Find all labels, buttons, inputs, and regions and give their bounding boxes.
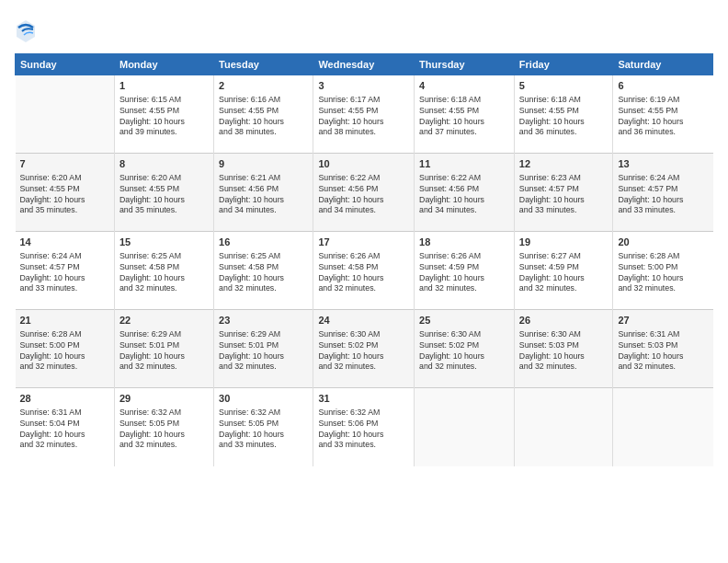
day-number: 28 (20, 392, 109, 406)
day-number: 31 (318, 392, 409, 406)
calendar-cell (613, 388, 713, 466)
day-number: 19 (519, 236, 609, 249)
day-info: Sunrise: 6:32 AMSunset: 5:05 PMDaylight:… (119, 408, 209, 452)
day-header-monday: Monday (114, 54, 213, 75)
day-header-tuesday: Tuesday (214, 54, 313, 75)
header-row: SundayMondayTuesdayWednesdayThursdayFrid… (16, 54, 713, 75)
day-number: 18 (419, 236, 509, 249)
day-number: 27 (618, 314, 708, 327)
calendar-cell: 26Sunrise: 6:30 AMSunset: 5:03 PMDayligh… (514, 310, 613, 388)
day-number: 13 (618, 157, 708, 171)
day-number: 12 (519, 157, 609, 171)
day-info: Sunrise: 6:22 AMSunset: 4:56 PMDaylight:… (419, 173, 509, 217)
logo-icon (15, 18, 37, 44)
day-number: 10 (318, 157, 409, 171)
calendar-cell: 1Sunrise: 6:15 AMSunset: 4:55 PMDaylight… (114, 75, 213, 154)
day-number: 15 (119, 236, 209, 249)
day-info: Sunrise: 6:18 AMSunset: 4:55 PMDaylight:… (519, 95, 609, 139)
calendar-table: SundayMondayTuesdayWednesdayThursdayFrid… (15, 53, 713, 466)
day-number: 14 (20, 236, 109, 249)
day-number: 24 (318, 314, 409, 327)
day-number: 25 (419, 314, 509, 327)
day-info: Sunrise: 6:32 AMSunset: 5:06 PMDaylight:… (318, 408, 409, 452)
day-info: Sunrise: 6:23 AMSunset: 4:57 PMDaylight:… (519, 173, 609, 217)
day-number: 8 (119, 157, 209, 171)
calendar-cell (514, 388, 613, 466)
day-info: Sunrise: 6:24 AMSunset: 4:57 PMDaylight:… (20, 251, 109, 295)
day-info: Sunrise: 6:26 AMSunset: 4:58 PMDaylight:… (318, 251, 409, 295)
day-header-thursday: Thursday (415, 54, 515, 75)
week-row-5: 28Sunrise: 6:31 AMSunset: 5:04 PMDayligh… (16, 388, 713, 466)
day-info: Sunrise: 6:29 AMSunset: 5:01 PMDaylight:… (119, 329, 209, 373)
calendar-cell: 30Sunrise: 6:32 AMSunset: 5:05 PMDayligh… (214, 388, 313, 466)
calendar-cell: 6Sunrise: 6:19 AMSunset: 4:55 PMDaylight… (613, 75, 713, 154)
day-info: Sunrise: 6:27 AMSunset: 4:59 PMDaylight:… (519, 251, 609, 295)
day-info: Sunrise: 6:16 AMSunset: 4:55 PMDaylight:… (219, 95, 308, 139)
day-number: 5 (519, 79, 609, 93)
calendar-cell: 8Sunrise: 6:20 AMSunset: 4:55 PMDaylight… (114, 154, 213, 232)
week-row-1: 1Sunrise: 6:15 AMSunset: 4:55 PMDaylight… (16, 75, 713, 154)
calendar-cell: 29Sunrise: 6:32 AMSunset: 5:05 PMDayligh… (114, 388, 213, 466)
day-info: Sunrise: 6:28 AMSunset: 5:00 PMDaylight:… (20, 329, 109, 373)
calendar-cell: 19Sunrise: 6:27 AMSunset: 4:59 PMDayligh… (514, 232, 613, 310)
day-header-saturday: Saturday (613, 54, 713, 75)
calendar-cell: 14Sunrise: 6:24 AMSunset: 4:57 PMDayligh… (16, 232, 115, 310)
calendar-cell: 3Sunrise: 6:17 AMSunset: 4:55 PMDaylight… (313, 75, 415, 154)
day-info: Sunrise: 6:15 AMSunset: 4:55 PMDaylight:… (119, 95, 209, 139)
calendar-cell: 18Sunrise: 6:26 AMSunset: 4:59 PMDayligh… (415, 232, 515, 310)
calendar-cell: 24Sunrise: 6:30 AMSunset: 5:02 PMDayligh… (313, 310, 415, 388)
logo (15, 18, 39, 44)
day-number: 21 (20, 314, 109, 327)
day-info: Sunrise: 6:19 AMSunset: 4:55 PMDaylight:… (618, 95, 708, 139)
calendar-cell (16, 75, 115, 154)
calendar-cell: 31Sunrise: 6:32 AMSunset: 5:06 PMDayligh… (313, 388, 415, 466)
day-info: Sunrise: 6:24 AMSunset: 4:57 PMDaylight:… (618, 173, 708, 217)
day-number: 23 (219, 314, 308, 327)
calendar-cell: 2Sunrise: 6:16 AMSunset: 4:55 PMDaylight… (214, 75, 313, 154)
calendar-cell: 28Sunrise: 6:31 AMSunset: 5:04 PMDayligh… (16, 388, 115, 466)
day-number: 6 (618, 79, 708, 93)
day-info: Sunrise: 6:30 AMSunset: 5:03 PMDaylight:… (519, 329, 609, 373)
calendar-cell: 4Sunrise: 6:18 AMSunset: 4:55 PMDaylight… (415, 75, 515, 154)
day-number: 30 (219, 392, 308, 406)
day-info: Sunrise: 6:17 AMSunset: 4:55 PMDaylight:… (318, 95, 409, 139)
calendar-cell: 17Sunrise: 6:26 AMSunset: 4:58 PMDayligh… (313, 232, 415, 310)
day-number: 9 (219, 157, 308, 171)
day-info: Sunrise: 6:22 AMSunset: 4:56 PMDaylight:… (318, 173, 409, 217)
day-number: 29 (119, 392, 209, 406)
day-info: Sunrise: 6:20 AMSunset: 4:55 PMDaylight:… (20, 173, 109, 217)
day-info: Sunrise: 6:30 AMSunset: 5:02 PMDaylight:… (419, 329, 509, 373)
day-number: 2 (219, 79, 308, 93)
calendar-cell: 13Sunrise: 6:24 AMSunset: 4:57 PMDayligh… (613, 154, 713, 232)
day-info: Sunrise: 6:25 AMSunset: 4:58 PMDaylight:… (219, 251, 308, 295)
day-info: Sunrise: 6:18 AMSunset: 4:55 PMDaylight:… (419, 95, 509, 139)
day-number: 22 (119, 314, 209, 327)
day-number: 17 (318, 236, 409, 249)
day-number: 4 (419, 79, 509, 93)
day-number: 3 (318, 79, 409, 93)
day-number: 1 (119, 79, 209, 93)
day-info: Sunrise: 6:25 AMSunset: 4:58 PMDaylight:… (119, 251, 209, 295)
calendar-cell: 7Sunrise: 6:20 AMSunset: 4:55 PMDaylight… (16, 154, 115, 232)
day-number: 26 (519, 314, 609, 327)
day-number: 16 (219, 236, 308, 249)
calendar-cell: 12Sunrise: 6:23 AMSunset: 4:57 PMDayligh… (514, 154, 613, 232)
page-container: SundayMondayTuesdayWednesdayThursdayFrid… (0, 0, 728, 563)
day-header-sunday: Sunday (16, 54, 115, 75)
calendar-cell: 27Sunrise: 6:31 AMSunset: 5:03 PMDayligh… (613, 310, 713, 388)
calendar-cell: 25Sunrise: 6:30 AMSunset: 5:02 PMDayligh… (415, 310, 515, 388)
calendar-cell: 21Sunrise: 6:28 AMSunset: 5:00 PMDayligh… (16, 310, 115, 388)
day-info: Sunrise: 6:29 AMSunset: 5:01 PMDaylight:… (219, 329, 308, 373)
calendar-cell: 22Sunrise: 6:29 AMSunset: 5:01 PMDayligh… (114, 310, 213, 388)
day-number: 20 (618, 236, 708, 249)
calendar-cell: 9Sunrise: 6:21 AMSunset: 4:56 PMDaylight… (214, 154, 313, 232)
day-header-wednesday: Wednesday (313, 54, 415, 75)
day-header-friday: Friday (514, 54, 613, 75)
week-row-3: 14Sunrise: 6:24 AMSunset: 4:57 PMDayligh… (16, 232, 713, 310)
calendar-cell: 11Sunrise: 6:22 AMSunset: 4:56 PMDayligh… (415, 154, 515, 232)
day-info: Sunrise: 6:20 AMSunset: 4:55 PMDaylight:… (119, 173, 209, 217)
day-number: 11 (419, 157, 509, 171)
day-info: Sunrise: 6:21 AMSunset: 4:56 PMDaylight:… (219, 173, 308, 217)
week-row-2: 7Sunrise: 6:20 AMSunset: 4:55 PMDaylight… (16, 154, 713, 232)
day-info: Sunrise: 6:32 AMSunset: 5:05 PMDaylight:… (219, 408, 308, 452)
